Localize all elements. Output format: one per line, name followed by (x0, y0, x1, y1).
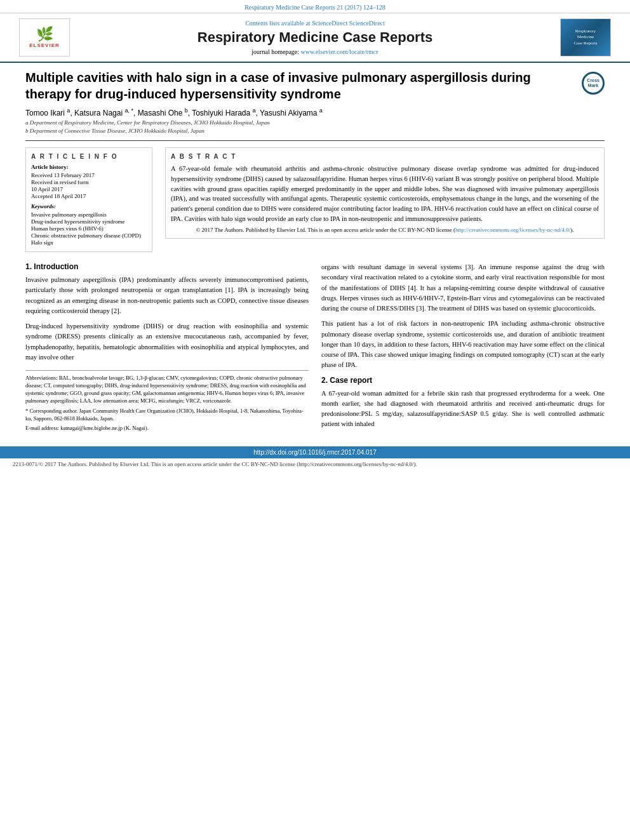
elsevier-logo: 🌿 ELSEVIER (19, 18, 70, 57)
article-title-section: Multiple cavities with halo sign in a ca… (25, 69, 605, 141)
journal-citation: Respiratory Medicine Case Reports 21 (20… (245, 4, 385, 11)
abbreviations-footnote: Abbreviations: BAL, bronchoalveolar lava… (25, 375, 309, 405)
abstract-text: A 67-year-old female with rheumatoid art… (171, 164, 599, 224)
right-para2: This patient has a lot of risk factors i… (321, 319, 605, 370)
intro-para2: Drug-induced hypersensitivity syndrome (… (25, 321, 309, 363)
main-left-column: 1. Introduction Invasive pulmonary asper… (25, 262, 309, 435)
doi-link[interactable]: http://dx.doi.org/10.1016/j.rmcr.2017.04… (253, 449, 376, 456)
abstract-column: A B S T R A C T A 67-year-old female wit… (165, 147, 605, 252)
received-date: Received 13 February 2017 (31, 172, 147, 178)
abstract-label: A B S T R A C T (171, 153, 599, 160)
abstract-box: A B S T R A C T A 67-year-old female wit… (165, 147, 605, 239)
email-footnote: E-mail address: katnagai@kme.biglobe.ne.… (25, 425, 309, 432)
journal-center-info: Contents lists available at ScienceDirec… (70, 20, 560, 55)
main-content-columns: 1. Introduction Invasive pulmonary asper… (25, 262, 605, 435)
science-direct-text: Contents lists available at ScienceDirec… (70, 20, 560, 27)
license-link[interactable]: http://creativecommons.org/licenses/by-n… (455, 227, 570, 233)
keyword-3: Human herpes virus 6 (HHV-6) (31, 225, 147, 232)
authors-line: Tomoo Ikari a, Katsura Nagai a, *, Masas… (25, 107, 575, 117)
keyword-1: Invasive pulmonary aspergillosis (31, 211, 147, 218)
corresponding-footnote: * Corresponding author. Japan Community … (25, 408, 309, 423)
affiliation-b: b Department of Connective Tissue Diseas… (25, 128, 575, 134)
elsevier-brand: ELSEVIER (29, 43, 60, 48)
history-label: Article history: (31, 164, 147, 170)
abstract-license: © 2017 The Authors. Published by Elsevie… (171, 227, 599, 233)
author-4: Toshiyuki Harada a (192, 109, 255, 117)
bottom-footer: 2213-0071/© 2017 The Authors. Published … (0, 458, 630, 470)
keyword-2: Drug-induced hypersensitivity syndrome (31, 218, 147, 225)
doi-bar: http://dx.doi.org/10.1016/j.rmcr.2017.04… (0, 446, 630, 458)
keyword-4: Chronic obstructive pulmonary disease (C… (31, 232, 147, 239)
journal-cover-image: RespiratoryMedicineCase Reports (560, 18, 611, 57)
right-para1: organs with resultant damage in several … (321, 262, 605, 314)
crossmark-badge: CrossMark (582, 72, 605, 95)
info-abstract-section: A R T I C L E I N F O Article history: R… (25, 147, 605, 252)
article-info-box: A R T I C L E I N F O Article history: R… (25, 147, 152, 252)
received-revised-label: Received in revised form (31, 179, 147, 185)
page: Respiratory Medicine Case Reports 21 (20… (0, 0, 630, 840)
author-1: Tomoo Ikari a (25, 109, 70, 117)
affiliation-a: a Department of Respiratory Medicine, Ce… (25, 119, 575, 126)
footer-text: 2213-0071/© 2017 The Authors. Published … (13, 461, 417, 467)
accepted-date: Accepted 18 April 2017 (31, 193, 147, 199)
case-report-para1: A 67-year-old woman admitted for a febri… (321, 389, 605, 430)
case-report-title: 2. Case report (321, 376, 605, 385)
keywords-label: Keywords: (31, 203, 147, 210)
article-title-text: Multiple cavities with halo sign in a ca… (25, 69, 575, 134)
author-3: Masashi Ohe b (138, 109, 188, 117)
author-5: Yasushi Akiyama a (260, 109, 323, 117)
keyword-5: Halo sign (31, 239, 147, 246)
introduction-title: 1. Introduction (25, 262, 309, 271)
science-direct-link[interactable]: ScienceDirect (349, 20, 385, 27)
homepage-link[interactable]: www.elsevier.com/locate/rmcr (301, 48, 379, 55)
tree-icon: 🌿 (36, 27, 53, 41)
footnote-section: Abbreviations: BAL, bronchoalveolar lava… (25, 370, 309, 432)
author-2: Katsura Nagai a, * (74, 109, 133, 117)
article-body: Multiple cavities with halo sign in a ca… (0, 63, 630, 441)
top-journal-bar: Respiratory Medicine Case Reports 21 (20… (0, 0, 630, 13)
journal-homepage: journal homepage: www.elsevier.com/locat… (70, 48, 560, 55)
article-info-label: A R T I C L E I N F O (31, 153, 147, 160)
article-main-title: Multiple cavities with halo sign in a ca… (25, 69, 575, 102)
main-right-column: organs with resultant damage in several … (321, 262, 605, 435)
journal-header: 🌿 ELSEVIER Contents lists available at S… (0, 13, 630, 63)
revised-date: 10 April 2017 (31, 186, 147, 192)
journal-title: Respiratory Medicine Case Reports (70, 29, 560, 46)
article-info-column: A R T I C L E I N F O Article history: R… (25, 147, 152, 252)
intro-para1: Invasive pulmonary aspergillosis (IPA) p… (25, 275, 309, 316)
